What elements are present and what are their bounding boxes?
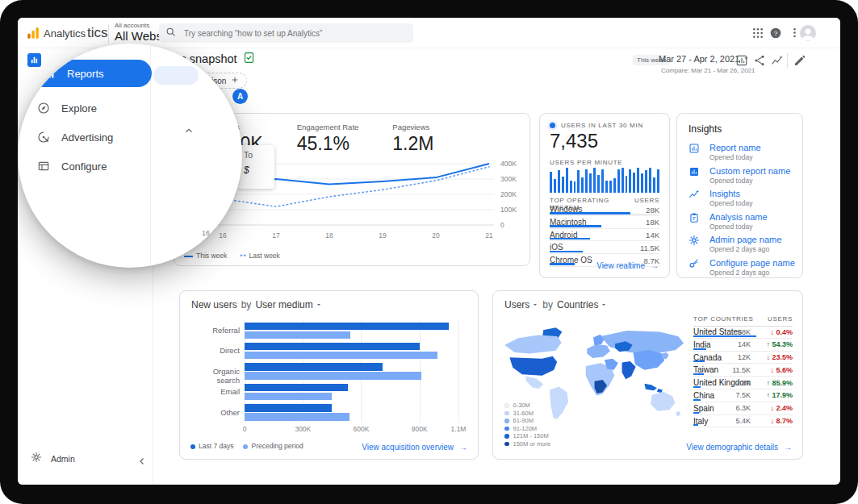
insights-item[interactable]: Custom report nameOpened today <box>688 166 796 190</box>
key-icon <box>688 258 700 273</box>
minute-bar <box>601 169 604 193</box>
category-label: Other <box>188 402 240 423</box>
svg-text:400K: 400K <box>500 160 517 168</box>
insights-card: Insights Report nameOpened today Custom … <box>676 113 803 278</box>
svg-text:16: 16 <box>219 231 227 240</box>
new-users-bar-chart <box>245 320 458 423</box>
metric: Pageviews1.2M <box>392 123 433 155</box>
dimension-selector[interactable]: Countries <box>557 299 607 310</box>
bar-chart-icon <box>30 53 39 68</box>
insights-item[interactable]: Report nameOpened today <box>688 143 796 166</box>
metric-selector[interactable]: Users <box>504 299 538 310</box>
minute-bar <box>657 169 659 193</box>
view-acquisition-link[interactable]: View acquisition overview→ <box>362 443 467 452</box>
svg-text:300K: 300K <box>500 175 517 183</box>
nav-reports-mini-icon[interactable] <box>27 53 41 67</box>
metric-selector[interactable]: New users <box>191 299 237 310</box>
minute-bar <box>641 173 643 193</box>
table-row: Italy5.4K ↓ 8.7% <box>693 415 793 428</box>
minute-bar <box>645 170 647 193</box>
map-legend-item: 0-30M <box>504 402 550 410</box>
realtime-card: USERS IN LAST 30 MIN 7,435 USERS PER MIN… <box>539 113 670 278</box>
minute-bar <box>581 177 584 193</box>
countries-table: United States68K ↓ 0.4%India14K ↑ 54.3%C… <box>693 326 793 427</box>
compare-range-text: Compare: Mar 21 - Mar 26, 2021 <box>661 67 755 74</box>
chart-tooltip: To $ <box>237 145 274 189</box>
reports-snapshot-pill[interactable] <box>153 66 199 85</box>
table-row: Windows28K <box>550 203 659 216</box>
realtime-header: USERS IN LAST 30 MIN <box>550 122 643 129</box>
table-row: India14K ↑ 54.3% <box>693 339 793 352</box>
minute-bar <box>589 173 592 193</box>
map-legend-item: 121M - 150M <box>504 432 550 440</box>
insights-item[interactable]: InsightsOpened today <box>688 189 796 212</box>
legend-item[interactable]: ••Last week <box>240 252 280 260</box>
x-tick: 300K <box>295 425 311 433</box>
bar-group <box>245 320 458 340</box>
map-legend: 0-30M31-60M61-90M91-120M121M - 150M150M … <box>504 402 550 448</box>
minute-bar <box>637 168 639 193</box>
category-label: Direct <box>188 340 240 360</box>
bar-group <box>245 361 458 381</box>
edit-icon[interactable] <box>793 54 806 67</box>
minute-bar <box>633 173 635 193</box>
countries-col-header: TOP COUNTRIES <box>693 315 754 323</box>
legend-item[interactable]: Preceding period <box>243 442 303 450</box>
table-row: United States68K ↓ 0.4% <box>693 326 793 339</box>
sidebar-item-admin[interactable]: Admin <box>31 452 75 466</box>
arrow-right-icon: → <box>651 261 659 270</box>
view-demographics-link[interactable]: View demographic details→ <box>686 443 792 452</box>
legend-item[interactable]: Last 7 days <box>190 442 233 450</box>
search-input[interactable] <box>182 28 407 39</box>
apps-grid-icon[interactable] <box>751 27 764 40</box>
search-bar[interactable] <box>159 23 413 43</box>
minute-bar <box>626 176 628 193</box>
dimension-selector[interactable]: User medium <box>255 299 321 310</box>
table-row: Taiwan11.5K ↓ 5.6% <box>693 364 793 377</box>
insights-item[interactable]: Analysis nameOpened today <box>688 212 796 235</box>
analytics-logo-icon <box>26 26 40 44</box>
sidebar-collapse-button[interactable] <box>137 455 147 469</box>
avatar[interactable] <box>800 25 816 41</box>
more-vert-icon[interactable] <box>789 27 800 40</box>
category-label: Organic search <box>188 361 240 381</box>
bar-categories: ReferralDirectOrganic searchEmailOther <box>188 320 240 423</box>
per-minute-label: USERS PER MINUTE <box>550 159 622 166</box>
magnifier-lens: ReportsExploreAdvertisingConfigure 16 <box>18 44 242 268</box>
svg-text:21: 21 <box>485 231 493 240</box>
arrow-right-icon: → <box>459 443 467 452</box>
saved-check-icon <box>243 52 255 66</box>
map-legend-item: 31-60M <box>504 410 550 418</box>
insights-item[interactable]: Configure page nameOpened 2 days ago <box>688 258 796 281</box>
legend-item[interactable]: This week <box>184 252 227 260</box>
sidebar-item-explore[interactable]: Explore <box>37 98 97 118</box>
map-legend-item: 61-90M <box>504 417 550 425</box>
bar-group <box>245 381 458 402</box>
insights-icon[interactable] <box>771 54 784 67</box>
category-label: Email <box>188 381 240 402</box>
sidebar-item-configure[interactable]: Configure <box>37 156 107 176</box>
report-icon <box>688 143 700 157</box>
minute-bar <box>574 181 576 193</box>
explore-icon <box>37 102 50 115</box>
sidebar-item-advertising[interactable]: Advertising <box>37 127 113 147</box>
share-icon[interactable] <box>753 54 766 67</box>
insights-item[interactable]: Admin page nameOpened 2 days ago <box>688 235 796 258</box>
countries-table-header: TOP COUNTRIES USERS <box>693 315 793 327</box>
joiner-text: by <box>542 299 553 310</box>
gear-icon <box>688 235 700 249</box>
brand-magnified-fragment: tics <box>87 25 108 41</box>
table-row: Android14K <box>550 229 659 242</box>
minute-bar <box>649 168 651 193</box>
view-demographics-label: View demographic details <box>686 443 778 452</box>
report-builder-icon[interactable] <box>735 54 748 67</box>
chevron-up-icon[interactable] <box>184 124 194 139</box>
screenshot-root: Admin Reports snapshot Add comparison A … <box>0 0 858 504</box>
minute-bar <box>609 181 612 193</box>
users-per-minute-chart <box>550 168 659 193</box>
view-realtime-link[interactable]: View realtime→ <box>596 261 659 270</box>
topbar-divider <box>108 24 109 44</box>
help-icon[interactable]: ? <box>769 27 782 40</box>
configure-icon <box>37 160 50 173</box>
minute-bar <box>577 170 580 194</box>
